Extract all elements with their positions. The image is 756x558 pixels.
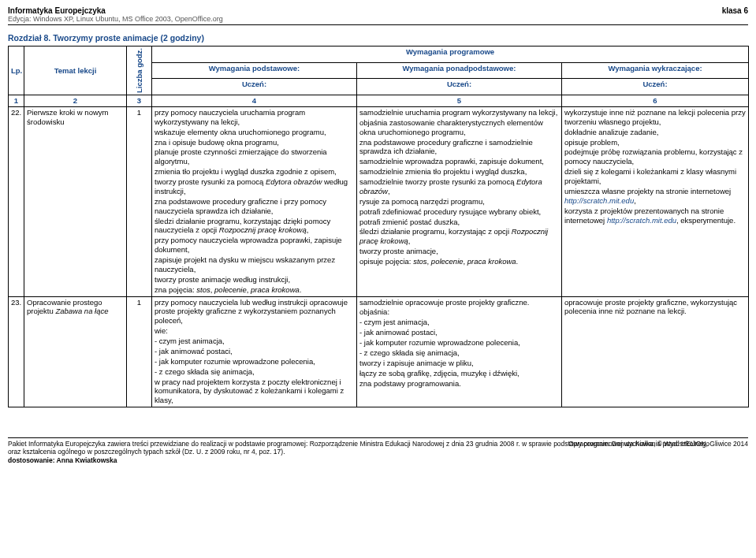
th-uczen-2: Uczeń: (357, 79, 562, 95)
cell-podstawowe: przy pomocy nauczyciela lub według instr… (152, 296, 357, 407)
cell-topic: Opracowanie prostego projektu Zabawa na … (24, 296, 127, 407)
page-footer: Pakiet Informatyka Europejczyka zawiera … (8, 437, 748, 464)
th-n5: 5 (357, 95, 562, 107)
table-row: 22.Pierwsze kroki w nowym środowisku1prz… (9, 106, 749, 296)
table-row: 23.Opracowanie prostego projektu Zabawa … (9, 296, 749, 407)
th-uczen-3: Uczeń: (562, 79, 749, 95)
chapter-title: Rozdział 8. Tworzymy proste animacje (2 … (8, 33, 748, 43)
th-n6: 6 (562, 95, 749, 107)
doc-title: Informatyka Europejczyka (8, 6, 223, 15)
class-label: klasa 6 (722, 6, 748, 23)
th-hours: Liczba godz. (127, 46, 152, 95)
th-n4: 4 (152, 95, 357, 107)
th-uczen-1: Uczeń: (152, 79, 357, 95)
cell-topic: Pierwsze kroki w nowym środowisku (24, 106, 127, 296)
title-block: Informatyka Europejczyka Edycja: Windows… (8, 6, 223, 23)
cell-lp: 22. (9, 106, 24, 296)
th-podstawowe: Wymagania podstawowe: (152, 62, 357, 79)
th-lp: Lp. (9, 46, 24, 95)
th-topic: Temat lekcji (24, 46, 127, 95)
th-n1: 1 (9, 95, 24, 107)
th-ponad: Wymagania ponadpodstawowe: (357, 62, 562, 79)
th-n3: 3 (127, 95, 152, 107)
footer-line-1b: oraz kształcenia ogólnego w poszczególny… (8, 448, 748, 456)
footer-line-2: dostosowanie: Anna Kwiatkowska (8, 456, 748, 464)
lesson-table: Lp. Temat lekcji Liczba godz. Wymagania … (8, 46, 749, 407)
cell-ponad: samodzielnie uruchamia program wykorzyst… (357, 106, 562, 296)
cell-wykracz: wykorzystuje inne niż poznane na lekcji … (562, 106, 749, 296)
cell-lp: 23. (9, 296, 24, 407)
cell-wykracz: opracowuje proste projekty graficzne, wy… (562, 296, 749, 407)
doc-subtitle: Edycja: Windows XP, Linux Ubuntu, MS Off… (8, 15, 223, 23)
page-header: Informatyka Europejczyka Edycja: Windows… (8, 6, 748, 25)
th-programowe: Wymagania programowe (152, 46, 749, 63)
th-n2: 2 (24, 95, 127, 107)
cell-hours: 1 (127, 296, 152, 407)
th-wykracz: Wymagania wykraczające: (562, 62, 749, 79)
cell-ponad: samodzielnie opracowuje proste projekty … (357, 296, 562, 407)
cell-podstawowe: przy pomocy nauczyciela uruchamia progra… (152, 106, 357, 296)
cell-hours: 1 (127, 106, 152, 296)
footer-right: Opracowanie: Danuta Kiałka, © Wyd. HELIO… (568, 440, 748, 448)
